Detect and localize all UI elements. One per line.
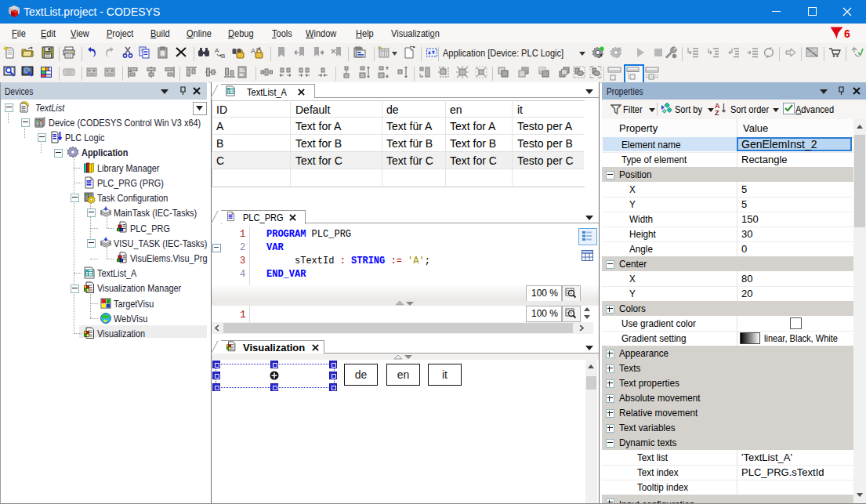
svg-text:Z: Z [715,109,719,116]
